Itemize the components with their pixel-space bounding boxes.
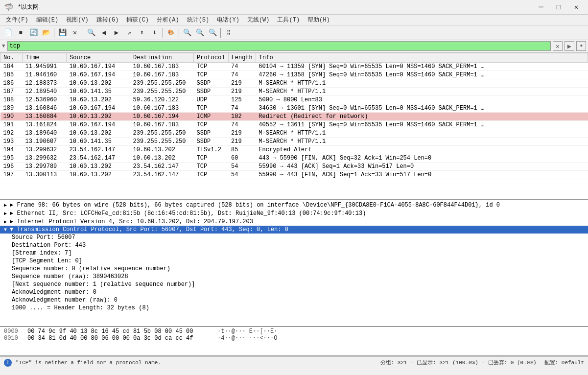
hex-bytes: 00 74 9c 9f 40 13 8c 16 45 cd 81 5b 08 0… bbox=[27, 328, 213, 335]
detail-tcp-field[interactable]: Destination Port: 443 bbox=[0, 241, 588, 249]
cell-len: 219 bbox=[228, 79, 256, 88]
menu-stats[interactable]: 统计(S) bbox=[183, 15, 213, 25]
toolbar-save[interactable]: 💾 bbox=[56, 27, 68, 39]
menu-wireless[interactable]: 无线(W) bbox=[243, 15, 274, 25]
toolbar-up[interactable]: ⬆ bbox=[136, 27, 148, 39]
cell-len: 60 bbox=[228, 154, 256, 163]
toolbar-zoom-out[interactable]: 🔍 bbox=[194, 27, 206, 39]
col-time: Time bbox=[23, 53, 67, 63]
toolbar-colorize[interactable]: 🎨 bbox=[165, 27, 177, 39]
hex-bytes: 00 34 81 0d 40 00 80 06 00 00 0a 3c 0d c… bbox=[27, 335, 213, 342]
detail-frame[interactable]: ▶ Frame 98: 66 bytes on wire (528 bits),… bbox=[0, 201, 588, 209]
cell-info: 55990 → 443 [FIN, ACK] Seq=1 Ack=33 Win=… bbox=[256, 171, 588, 179]
toolbar-zoom-normal[interactable]: 🔍 bbox=[207, 27, 218, 39]
table-row[interactable]: 187 12.189540 10.60.141.35 239.255.255.2… bbox=[0, 88, 588, 96]
filter-input[interactable] bbox=[7, 41, 551, 51]
cell-dst: 59.36.120.122 bbox=[130, 96, 194, 104]
table-row[interactable]: 195 13.299632 23.54.162.147 10.60.13.202… bbox=[0, 154, 588, 163]
titlebar-left: 🦈 *以太网 bbox=[4, 2, 39, 12]
cell-dst: 239.255.255.250 bbox=[130, 138, 194, 146]
table-row[interactable]: 192 13.189640 10.60.13.202 239.255.255.2… bbox=[0, 129, 588, 138]
col-no: No. bbox=[0, 53, 23, 63]
toolbar-new[interactable]: 📄 bbox=[2, 27, 14, 39]
table-row[interactable]: 191 13.161824 10.60.167.194 10.60.167.18… bbox=[0, 121, 588, 129]
table-row[interactable]: 194 13.299632 23.54.162.147 10.60.13.202… bbox=[0, 146, 588, 154]
menu-file[interactable]: 文件(F) bbox=[2, 15, 32, 25]
table-row[interactable]: 184 11.945991 10.60.167.194 10.60.167.18… bbox=[0, 63, 588, 71]
toolbar-zoom-in[interactable]: 🔍 bbox=[181, 27, 193, 39]
menu-capture[interactable]: 捕获(C) bbox=[122, 15, 153, 25]
statusbar-stats: 分组: 321 · 已显示: 321 (100.0%) · 已丢弃: 0 (0.… bbox=[380, 359, 584, 366]
cell-no: 188 bbox=[0, 96, 23, 104]
menu-edit[interactable]: 编辑(E) bbox=[32, 15, 63, 25]
menu-phone[interactable]: 电话(Y) bbox=[213, 15, 243, 25]
detail-ip[interactable]: ▶ Internet Protocol Version 4, Src: 10.6… bbox=[0, 217, 588, 226]
menu-help[interactable]: 帮助(H) bbox=[304, 15, 334, 25]
hex-pane[interactable]: 000000 74 9c 9f 40 13 8c 16 45 cd 81 5b … bbox=[0, 327, 588, 356]
cell-dst: 10.60.13.202 bbox=[130, 154, 194, 163]
menubar: 文件(F) 编辑(E) 视图(V) 跳转(G) 捕获(C) 分析(A) 统计(S… bbox=[0, 15, 588, 25]
cell-len: 54 bbox=[228, 171, 256, 179]
filter-bookmark-btn[interactable]: + bbox=[576, 41, 586, 51]
cell-proto: TCP bbox=[194, 171, 229, 179]
toolbar-restart[interactable]: 🔄 bbox=[27, 27, 39, 39]
detail-tcp-field[interactable]: Sequence number (raw): 3890463028 bbox=[0, 273, 588, 281]
cell-no: 193 bbox=[0, 138, 23, 146]
toolbar-find[interactable]: 🔍 bbox=[85, 27, 97, 39]
menu-jump[interactable]: 跳转(G) bbox=[93, 15, 123, 25]
col-proto: Protocol bbox=[194, 53, 229, 63]
detail-tcp-field[interactable]: [TCP Segment Len: 0] bbox=[0, 257, 588, 265]
detail-tcp[interactable]: ▼ Transmission Control Protocol, Src Por… bbox=[0, 226, 588, 234]
toolbar-resize-cols[interactable]: ⣿ bbox=[223, 27, 235, 39]
table-row[interactable]: 193 13.190607 10.60.141.35 239.255.255.2… bbox=[0, 138, 588, 146]
toolbar-down[interactable]: ⬇ bbox=[149, 27, 161, 39]
menu-view[interactable]: 视图(V) bbox=[62, 15, 93, 25]
toolbar-back[interactable]: ◀ bbox=[98, 27, 110, 39]
detail-pane[interactable]: ▶ Frame 98: 66 bytes on wire (528 bits),… bbox=[0, 200, 588, 327]
toolbar-open[interactable]: 📂 bbox=[40, 27, 52, 39]
filter-apply-btn[interactable]: ▶ bbox=[564, 41, 574, 51]
table-row[interactable]: 190 13.160884 10.60.13.202 10.60.167.194… bbox=[0, 113, 588, 121]
menu-tools[interactable]: 工具(T) bbox=[273, 15, 304, 25]
detail-ethernet[interactable]: ▶ Ethernet II, Src: LCFCHeFe_cd:81:5b (8… bbox=[0, 209, 588, 217]
cell-dst: 10.60.167.183 bbox=[130, 104, 194, 113]
table-row[interactable]: 186 12.188373 10.60.13.202 239.255.255.2… bbox=[0, 79, 588, 88]
toolbar-close[interactable]: ✕ bbox=[69, 27, 81, 39]
menu-analyze[interactable]: 分析(A) bbox=[153, 15, 183, 25]
cell-no: 186 bbox=[0, 79, 23, 88]
cell-src: 10.60.141.35 bbox=[67, 88, 130, 96]
close-button[interactable]: ✕ bbox=[568, 2, 584, 13]
maximize-button[interactable]: □ bbox=[551, 2, 566, 13]
detail-tcp-field[interactable]: Acknowledgment number: 0 bbox=[0, 288, 588, 296]
toolbar-stop[interactable]: ■ bbox=[15, 27, 26, 39]
col-dst: Destination bbox=[130, 53, 194, 63]
table-row[interactable]: 196 13.299789 10.60.13.202 23.54.162.147… bbox=[0, 163, 588, 171]
detail-tcp-field[interactable]: Source Port: 56007 bbox=[0, 234, 588, 241]
stat-config: 配置: Default bbox=[544, 359, 584, 366]
table-row[interactable]: 189 13.160846 10.60.167.194 10.60.167.18… bbox=[0, 104, 588, 113]
detail-tcp-field[interactable]: 1000 .... = Header Length: 32 bytes (8) bbox=[0, 304, 588, 312]
cell-src: 10.60.13.202 bbox=[67, 79, 130, 88]
table-row[interactable]: 197 13.300113 10.60.13.202 23.54.162.147… bbox=[0, 171, 588, 179]
detail-tcp-field[interactable]: [Stream index: 7] bbox=[0, 249, 588, 257]
toolbar-goto[interactable]: ↗ bbox=[123, 27, 135, 39]
cell-info: 47260 → 11358 [SYN] Seq=0 Win=65535 Len=… bbox=[256, 71, 588, 79]
hex-row: 001000 34 81 0d 40 00 80 06 00 00 0a 3c … bbox=[4, 335, 584, 342]
col-len: Length bbox=[228, 53, 256, 63]
filter-clear-btn[interactable]: ✕ bbox=[553, 41, 563, 51]
cell-src: 10.60.13.202 bbox=[67, 96, 130, 104]
packet-list[interactable]: No. Time Source Destination Protocol Len… bbox=[0, 53, 588, 200]
cell-time: 11.945991 bbox=[23, 63, 67, 71]
cell-dst: 10.60.167.194 bbox=[130, 113, 194, 121]
cell-no: 192 bbox=[0, 129, 23, 138]
detail-tcp-field[interactable]: [Next sequence number: 1 (relative seque… bbox=[0, 281, 588, 288]
titlebar-controls: ─ □ ✕ bbox=[533, 2, 584, 13]
cell-time: 13.300113 bbox=[23, 171, 67, 179]
table-row[interactable]: 188 12.536960 10.60.13.202 59.36.120.122… bbox=[0, 96, 588, 104]
detail-tcp-field[interactable]: Acknowledgment number (raw): 0 bbox=[0, 296, 588, 304]
cell-info: 60104 → 11359 [SYN] Seq=0 Win=65535 Len=… bbox=[256, 63, 588, 71]
table-row[interactable]: 185 11.946160 10.60.167.194 10.60.167.18… bbox=[0, 71, 588, 79]
toolbar-forward[interactable]: ▶ bbox=[111, 27, 122, 39]
minimize-button[interactable]: ─ bbox=[533, 2, 549, 13]
detail-tcp-field[interactable]: Sequence number: 0 (relative sequence nu… bbox=[0, 265, 588, 273]
